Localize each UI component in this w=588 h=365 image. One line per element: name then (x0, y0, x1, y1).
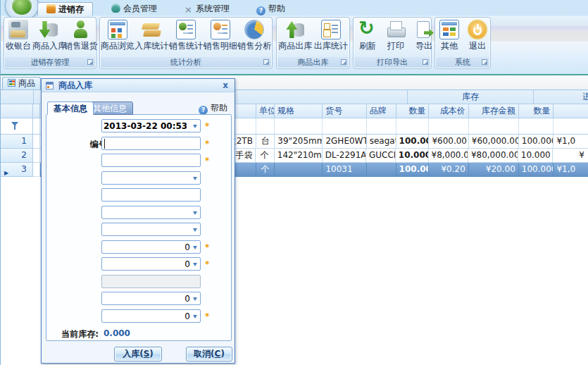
ribbon-group-stock-out: 商品出库 出库统计 商品出库 (276, 17, 350, 69)
chevron-down-icon[interactable] (193, 211, 197, 217)
cell-qty: 100.000 (396, 135, 430, 149)
cell-qty2: 10.000 (518, 149, 553, 163)
filter-funnel-icon[interactable] (11, 122, 18, 130)
barcode-input[interactable] (101, 137, 201, 150)
filter-cell[interactable] (367, 118, 396, 135)
chevron-down-icon[interactable] (193, 246, 197, 252)
dialog-launcher-icon[interactable] (263, 59, 269, 65)
ribbon-tab-system[interactable]: ×系统管理 (175, 2, 238, 16)
button-label: 出库统计 (314, 40, 348, 52)
row-number: 2 (1, 149, 33, 163)
group-label: 进销存管理 (31, 58, 70, 67)
cancel-button[interactable]: 取消(C) (186, 347, 232, 361)
col-header-spec[interactable]: 规格 (275, 104, 323, 118)
ribbon-tab-bar: 进销存 会员管理 ×系统管理 ?帮助 (37, 2, 294, 16)
close-icon[interactable]: x (220, 80, 230, 91)
ribbon-tab-help[interactable]: ?帮助 (248, 2, 294, 16)
button-label: 导出 (410, 40, 438, 52)
dialog-title-bar[interactable]: 商品入库 x (42, 79, 234, 92)
cell-brand (367, 163, 396, 177)
filter-cell[interactable] (275, 118, 323, 135)
col-header-unit[interactable]: 单位 (256, 104, 275, 118)
product-browse-button[interactable]: 商品浏览 (101, 18, 135, 52)
col-header-brand[interactable]: 品牌 (367, 104, 396, 118)
member-price-input[interactable] (101, 292, 201, 305)
stock-in-icon (39, 20, 58, 39)
button-label: 销售明细 (204, 40, 237, 52)
chevron-down-icon[interactable] (193, 125, 197, 130)
dialog-launcher-icon[interactable] (341, 59, 346, 65)
sales-detail-button[interactable]: 销售明细 (204, 18, 237, 52)
quantity-input[interactable] (101, 309, 201, 323)
required-marker: * (205, 242, 209, 252)
tab-basic-info[interactable]: 基本信息 (47, 101, 94, 115)
spec-select[interactable] (101, 206, 201, 219)
sales-return-button[interactable]: 销售退货 (64, 18, 96, 52)
filter-row-header (1, 118, 33, 135)
dialog-launcher-icon[interactable] (482, 59, 487, 65)
refresh-button[interactable]: 刷新 (354, 18, 382, 52)
dialog-launcher-icon[interactable] (87, 59, 93, 65)
date-input[interactable] (101, 119, 201, 132)
retail-price-input[interactable] (101, 257, 201, 271)
sales-stats-button[interactable]: 销售统计 (169, 18, 203, 52)
required-marker: * (205, 259, 209, 269)
stockin-stats-button[interactable]: 入库统计 (135, 18, 168, 52)
filter-cell[interactable] (519, 118, 554, 135)
cell-qty: 10.000 (396, 149, 429, 163)
col-header-qty2[interactable]: 数量 (519, 104, 554, 118)
col-header-sku[interactable]: 货号 (323, 104, 366, 118)
inventory-icon (46, 4, 56, 13)
cell-spec: 39"205mm (275, 135, 323, 149)
ribbon-body: 收银台 商品入库 销售退货 进销存管理 商品浏览 入库统计 销售统计 销售明细 … (1, 16, 588, 70)
field-row-category: 类别: (42, 223, 236, 237)
chevron-down-icon[interactable] (193, 315, 197, 321)
sales-detail-icon (211, 20, 230, 39)
category-select[interactable] (101, 223, 201, 236)
filter-cell[interactable] (396, 118, 430, 135)
ribbon-tab-inventory[interactable]: 进销存 (37, 2, 93, 16)
field-row-product-name: 品名: * (42, 154, 236, 168)
group-header-stock: 库存 (408, 90, 534, 104)
cashier-button[interactable]: 收银台 (4, 18, 32, 52)
stock-in-submit-button[interactable]: 入库(S) (114, 347, 162, 361)
stock-out-button[interactable]: 商品出库 (278, 18, 312, 52)
cell-unit: 台 (256, 135, 275, 149)
current-stock-label: 当前库存: (61, 328, 99, 340)
cell-purchase-price: ¥ (553, 149, 588, 163)
required-marker: * (205, 156, 209, 166)
print-button[interactable]: 打印 (382, 18, 410, 52)
field-row-date: 日期: * (42, 119, 236, 133)
filter-cell[interactable] (469, 118, 519, 135)
dialog-launcher-icon[interactable] (423, 59, 428, 65)
dialog-help-link[interactable]: ?帮助 (199, 102, 227, 115)
col-header-qty[interactable]: 数量 (396, 104, 430, 118)
chevron-down-icon[interactable] (193, 263, 197, 268)
cell-qty: 100.000 (396, 163, 430, 177)
cell-unit: 个 (256, 149, 274, 163)
button-label: 销售统计 (169, 40, 203, 52)
chevron-down-icon[interactable] (193, 228, 197, 234)
document-tab-products[interactable]: 商品 (2, 77, 41, 89)
exit-button[interactable]: 退出 (463, 18, 492, 52)
stockout-stats-icon (321, 20, 341, 39)
filter-cell[interactable] (256, 118, 275, 135)
col-header-cost[interactable]: 成本价 (429, 104, 468, 118)
ribbon-tab-members[interactable]: 会员管理 (103, 2, 165, 16)
dialog-title: 商品入库 (58, 80, 92, 90)
unit-select[interactable] (101, 171, 201, 185)
field-row-retail-price: 零售价: * (42, 257, 236, 271)
sku-input[interactable] (101, 188, 201, 202)
export-button[interactable]: 导出 (410, 18, 438, 52)
chevron-down-icon[interactable] (193, 177, 197, 182)
col-header-amount[interactable]: 库存金额 (469, 104, 519, 118)
stockout-stats-button[interactable]: 出库统计 (314, 18, 348, 52)
stock-in-button[interactable]: 商品入库 (32, 18, 64, 52)
filter-cell[interactable] (323, 118, 366, 135)
filter-cell[interactable] (429, 118, 468, 135)
required-marker: * (205, 139, 209, 149)
button-label: 商品出库 (278, 40, 312, 52)
chevron-down-icon[interactable] (193, 297, 197, 303)
product-name-input[interactable] (101, 154, 201, 167)
purchase-price-input[interactable] (101, 240, 201, 254)
